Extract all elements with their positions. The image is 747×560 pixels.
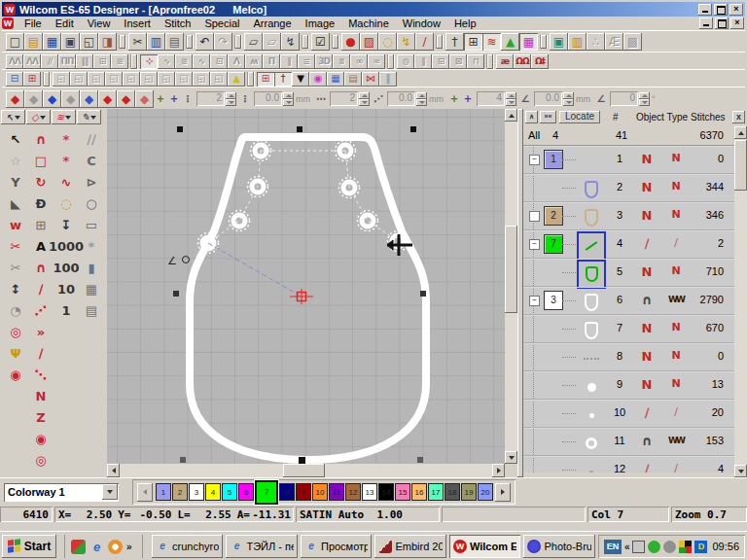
object-icon[interactable] xyxy=(634,377,659,392)
color-group-box[interactable]: 7 xyxy=(544,234,563,254)
arrow-stitches-tool[interactable]: » xyxy=(28,321,53,342)
object-thumbnail[interactable] xyxy=(577,231,606,261)
motif-gray-tool[interactable]: * xyxy=(79,235,104,257)
star-fill-icon[interactable]: ⊹ xyxy=(140,54,158,69)
color-swatch[interactable]: 7 xyxy=(255,480,278,505)
ring-fill-icon[interactable]: ◍ xyxy=(397,54,414,69)
wizard-icon[interactable]: ▲ xyxy=(228,72,245,87)
stitch-type-dropdown[interactable]: ≋ xyxy=(52,110,76,124)
grid-size-spin[interactable]: 4 xyxy=(477,91,516,106)
zigzag-b-icon[interactable]: ΛΛ xyxy=(23,54,41,69)
tray-antivirus-icon[interactable] xyxy=(648,541,660,553)
object-thumbnail[interactable] xyxy=(577,175,606,204)
spin-down-button[interactable] xyxy=(506,99,516,106)
manual-stitch-icon[interactable]: ∕ xyxy=(415,33,434,51)
ligature-icon[interactable]: æ xyxy=(496,54,514,69)
outline-stitch-icon[interactable]: ◌ xyxy=(378,33,397,51)
print-icon[interactable]: ▣ xyxy=(61,33,80,51)
shape-op-7-icon[interactable]: ◆ xyxy=(117,90,135,108)
zigzag-stitch-tool[interactable]: ∿ xyxy=(53,171,79,192)
menu-insert[interactable]: Insert xyxy=(117,17,158,30)
open-icon[interactable]: ▤ xyxy=(24,33,43,51)
collapse-all-button[interactable]: ∧ xyxy=(525,111,538,123)
shape-op-6-icon[interactable]: ◆ xyxy=(98,90,117,108)
sequence-9-icon[interactable]: ◱ xyxy=(193,72,210,87)
palette-scroll-left[interactable] xyxy=(137,483,153,502)
restore-button[interactable] xyxy=(714,4,728,16)
shape-op-3-icon[interactable]: ◆ xyxy=(43,90,61,108)
count-spin[interactable]: 2 xyxy=(196,91,236,106)
fan-tool[interactable]: ◔ xyxy=(3,299,28,321)
menu-view[interactable]: View xyxy=(81,17,118,30)
grid2-icon[interactable]: ⊞ xyxy=(432,54,449,69)
thread-colors-icon[interactable]: ▥ xyxy=(568,33,587,51)
color-swatch[interactable]: 20 xyxy=(478,483,493,501)
new-icon[interactable]: □ xyxy=(6,33,24,51)
object-icon[interactable] xyxy=(634,264,659,279)
target-rings-tool[interactable]: ◉ xyxy=(28,428,53,449)
object-thumbnail[interactable] xyxy=(577,203,606,232)
spin-up-button[interactable] xyxy=(283,92,294,99)
box-fill-icon[interactable]: ⊡ xyxy=(210,54,228,69)
ellipse-tool[interactable]: ○ xyxy=(79,192,104,214)
spin-value[interactable]: 4 xyxy=(477,91,505,106)
object-row[interactable]: 2 344 xyxy=(523,174,734,202)
object-thumbnail[interactable] xyxy=(577,401,606,430)
group-expand-toggle[interactable] xyxy=(529,211,540,222)
color-swatch[interactable]: 15 xyxy=(395,483,410,501)
reshape-node-icon[interactable]: ▱ xyxy=(263,33,281,51)
ripple-stitch-icon[interactable]: ≋ xyxy=(175,54,193,69)
needle-enter-icon[interactable]: † xyxy=(274,72,292,87)
branch-icon[interactable]: ⊟ xyxy=(6,72,23,87)
design-drawing[interactable]: ∠ xyxy=(107,109,505,464)
scroll-left-button[interactable] xyxy=(107,464,120,477)
spin-value[interactable]: 2 xyxy=(196,91,225,106)
cut-icon[interactable]: ✂ xyxy=(128,33,147,51)
color-swatch[interactable]: 2 xyxy=(172,483,188,501)
quicklaunch-ie-icon[interactable] xyxy=(89,540,104,554)
menu-arrange[interactable]: Arrange xyxy=(246,17,298,30)
grid-toggle-icon[interactable]: ⊞ xyxy=(464,33,482,51)
contour-stitch-icon[interactable]: ∿ xyxy=(193,54,210,69)
weave-stitch-icon[interactable]: ʍ xyxy=(245,54,263,69)
flag-tool[interactable]: ⊳ xyxy=(79,171,104,192)
sequence-6-icon[interactable]: ◱ xyxy=(140,72,158,87)
task-photobrush[interactable]: Photo-Brush xyxy=(523,535,594,558)
spin-value[interactable]: 0 xyxy=(610,91,638,106)
branch-color-icon[interactable]: ⊞ xyxy=(23,72,41,87)
paste-icon[interactable]: ▤ xyxy=(165,33,184,51)
corner-select-tool[interactable]: ◣ xyxy=(3,192,28,214)
undo-icon[interactable]: ↶ xyxy=(196,33,214,51)
menu-machine[interactable]: Machine xyxy=(341,17,396,30)
spin-up-button[interactable] xyxy=(416,92,427,99)
object-thumbnail[interactable] xyxy=(577,260,606,289)
cross-fill-icon[interactable]: ⊠ xyxy=(449,54,467,69)
lambda-stitch-icon[interactable]: Λ xyxy=(228,54,245,69)
wave-stitch-icon[interactable]: ≋ xyxy=(111,54,128,69)
bridge-fill-icon[interactable]: ⊓ xyxy=(467,54,484,69)
select-tool[interactable]: ↖ xyxy=(3,128,28,150)
dither-icon[interactable]: ∴ xyxy=(587,33,605,51)
reshape-tool-dropdown[interactable]: ◇ xyxy=(26,110,51,124)
list-scroll-up-button[interactable] xyxy=(734,126,747,139)
list-scroll-thumb[interactable] xyxy=(734,140,747,191)
select-check-icon[interactable]: ☑ xyxy=(311,33,330,51)
tray-display-icon[interactable] xyxy=(632,541,645,553)
tray-scheduler-icon[interactable] xyxy=(663,541,676,553)
menu-help[interactable]: Help xyxy=(447,17,483,30)
spin-value[interactable]: 0.0 xyxy=(534,91,562,106)
spin-up-button[interactable] xyxy=(506,92,516,99)
loop-stitch-icon[interactable]: ∞ xyxy=(350,54,368,69)
scroll-down-button[interactable] xyxy=(505,451,517,464)
plaid-fill-tool[interactable]: ⊞ xyxy=(28,214,53,235)
scroll-right-button[interactable] xyxy=(492,464,505,477)
copy-icon[interactable]: ▥ xyxy=(147,33,165,51)
colorway-dropdown-button[interactable] xyxy=(102,484,118,500)
spin-up-button[interactable] xyxy=(226,92,236,99)
stitch-cursor-icon[interactable]: ↯ xyxy=(281,33,300,51)
background-view-icon[interactable]: ▲ xyxy=(501,33,519,51)
wave3-stitch-icon[interactable]: ≈ xyxy=(368,54,385,69)
object-icon[interactable] xyxy=(634,208,659,223)
object-row[interactable]: 7 670 xyxy=(523,315,734,343)
quicklaunch-icq-icon[interactable] xyxy=(108,540,123,554)
